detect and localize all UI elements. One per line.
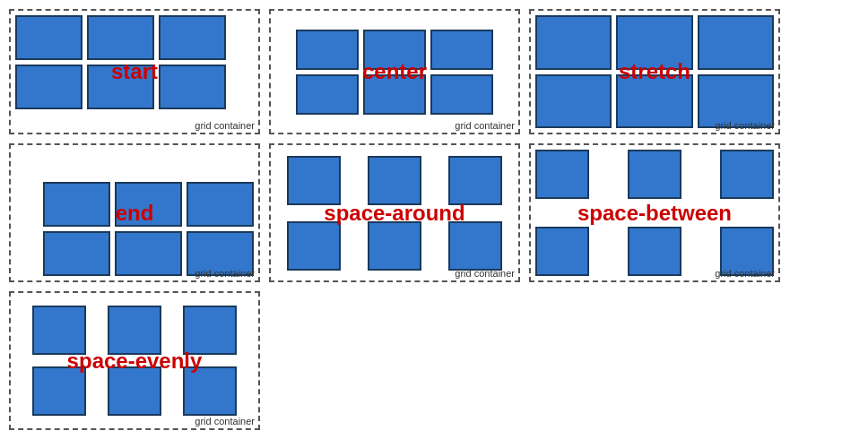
demo-space-evenly: space-evenly grid container [9, 291, 260, 430]
cell [15, 65, 82, 109]
cell [87, 65, 154, 109]
row-2: end grid container space-around grid con… [9, 143, 859, 282]
cell [698, 15, 774, 70]
cell [108, 306, 161, 355]
cell [535, 15, 612, 70]
cell [87, 15, 154, 60]
cell [720, 150, 774, 199]
cell [115, 231, 182, 276]
grid-end [11, 145, 258, 280]
cell [448, 221, 502, 271]
cell [287, 221, 341, 271]
grid-center [271, 11, 518, 133]
demo-space-around: space-around grid container [269, 143, 520, 282]
demo-start: start grid container [9, 9, 260, 134]
cell [159, 65, 226, 109]
cell [187, 182, 254, 227]
start-container-label: grid container [195, 120, 255, 131]
cell [368, 221, 421, 271]
cell [430, 74, 493, 115]
cell [616, 74, 692, 129]
stretch-container-label: grid container [715, 120, 775, 131]
demo-space-between: space-between grid container [529, 143, 780, 282]
grid-space-between [531, 145, 778, 280]
cell [363, 30, 426, 70]
cell [628, 150, 681, 199]
demo-end: end grid container [9, 143, 260, 282]
cell [430, 30, 493, 70]
grid-stretch [531, 11, 778, 133]
cell [535, 227, 589, 276]
main-container: start grid container center grid contain… [0, 0, 868, 448]
cell [535, 150, 589, 199]
cell [296, 30, 359, 70]
cell [363, 74, 426, 115]
cell [296, 74, 359, 115]
grid-start [11, 11, 258, 133]
space-around-container-label: grid container [455, 268, 515, 279]
center-container-label: grid container [455, 120, 515, 131]
cell [32, 366, 86, 416]
space-between-container-label: grid container [715, 268, 775, 279]
cell [43, 182, 110, 227]
cell [368, 156, 421, 205]
space-evenly-container-label: grid container [195, 416, 255, 426]
demo-stretch: stretch grid container [529, 9, 780, 134]
grid-space-around [271, 145, 518, 280]
cell [535, 74, 612, 129]
cell [32, 306, 86, 355]
cell [115, 182, 182, 227]
cell [15, 15, 82, 60]
end-container-label: grid container [195, 268, 255, 279]
cell [43, 231, 110, 276]
cell [616, 15, 692, 70]
cell [183, 306, 237, 355]
cell [628, 227, 681, 276]
grid-space-evenly [11, 293, 258, 428]
cell [448, 156, 502, 205]
cell [159, 15, 226, 60]
cell [287, 156, 341, 205]
row-3: space-evenly grid container [9, 291, 859, 430]
cell [108, 366, 161, 416]
row-1: start grid container center grid contain… [9, 9, 859, 134]
cell [183, 366, 237, 416]
demo-center: center grid container [269, 9, 520, 134]
